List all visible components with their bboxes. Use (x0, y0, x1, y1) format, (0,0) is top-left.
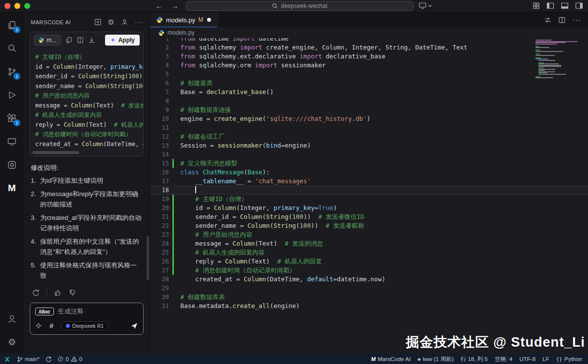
settings-button[interactable]: ⚙ (0, 330, 24, 354)
back-button[interactable]: ← (156, 2, 162, 10)
tab-models-py[interactable]: models.py M (150, 12, 217, 27)
model-selector[interactable]: Deepseek R1 (61, 321, 109, 330)
code-line-19[interactable]: 19 # 主键ID（自增） (150, 195, 588, 204)
forward-button[interactable]: → (171, 2, 178, 10)
code-line-20[interactable]: 20 id = Column(Integer, primary_key=True… (150, 204, 588, 212)
slash-command-chip[interactable]: /doc (35, 308, 54, 315)
sync-button[interactable] (45, 356, 52, 363)
code-line-6[interactable]: 6# 创建基类 (150, 79, 588, 88)
git-blame-status[interactable]: ◆ lww (1 周前) (418, 356, 454, 363)
toggle-panel-icon[interactable] (561, 2, 569, 9)
code-line-9[interactable]: 9# 创建数据库连接 (150, 105, 588, 114)
snippet-file-chip[interactable]: m... (34, 35, 61, 46)
apply-button[interactable]: Apply (105, 35, 140, 46)
code-line-25[interactable]: 25 # 机器人生成的回复内容 (150, 248, 588, 257)
context-hash-icon[interactable]: # (50, 322, 53, 330)
panel-more-icon[interactable]: ··· (135, 20, 143, 25)
monitor-icon (419, 2, 427, 9)
copy-icon[interactable] (65, 37, 72, 44)
code-line-3[interactable]: 3from sqlalchemy.ext.declarative import … (150, 52, 588, 61)
cursor-position-status[interactable]: 行 18, 列 5 (461, 356, 488, 363)
code-line-15[interactable]: 15# 定义聊天消息模型 (150, 159, 588, 168)
code-line-10[interactable]: 10engine = create_engine('sqlite:///chat… (150, 114, 588, 123)
grid-layout-icon[interactable] (533, 2, 540, 9)
screen-monitor-button[interactable] (419, 2, 432, 9)
sidebar-item-search[interactable] (0, 37, 24, 60)
chat-input-box[interactable]: /doc 生成注释 # Deepseek R1 (30, 303, 144, 335)
sidebar-item-remote-explorer[interactable] (0, 130, 24, 153)
code-line-26[interactable]: 26 reply = Column(Text) # 机器人的回复 (150, 257, 588, 266)
minimap[interactable] (535, 40, 581, 79)
code-line-31[interactable]: 31Base.metadata.create_all(engine) (150, 302, 588, 311)
toggle-secondary-sidebar-icon[interactable] (575, 2, 583, 9)
code-line-21[interactable]: 21 sender_id = Column(String(100)) # 发送者… (150, 212, 588, 221)
code-line-16[interactable]: 16class ChatMessage(Base): (150, 168, 588, 177)
breadcrumb[interactable]: models.py (150, 27, 588, 38)
vscode-window: ← → deepseek-wechat (0, 0, 588, 364)
scrollbar-thumb[interactable] (32, 151, 79, 154)
sidebar-item-source-control[interactable]: 1 (0, 60, 24, 83)
sidebar-item-extensions[interactable]: 1 (0, 106, 24, 130)
branch-status[interactable]: main* (17, 356, 39, 363)
code-line-2[interactable]: 2from sqlalchemy import create_engine, C… (150, 43, 588, 52)
sidebar-scrollbar[interactable] (147, 236, 149, 280)
chat-input-text[interactable]: 生成注释 (58, 307, 84, 316)
marscode-status[interactable]: M MarsCode AI (371, 356, 411, 362)
breadcrumb-file[interactable]: models.py (167, 29, 195, 36)
zoom-window-button[interactable] (24, 3, 30, 9)
indentation-status[interactable]: 空格: 4 (495, 356, 513, 363)
sidebar-item-run-debug[interactable] (0, 83, 24, 106)
send-icon[interactable] (130, 322, 138, 330)
sidebar-item-marscode-ai[interactable]: M (0, 176, 24, 200)
regenerate-icon[interactable] (32, 289, 40, 297)
insert-at-cursor-icon[interactable] (88, 37, 95, 44)
code-editor[interactable]: 1from datetime import datetime2from sqla… (150, 38, 588, 354)
code-line-18[interactable]: 18 (150, 186, 588, 195)
toggle-primary-sidebar-icon[interactable] (546, 2, 554, 9)
sidebar-item-containers[interactable] (0, 153, 24, 176)
minimize-window-button[interactable] (14, 3, 20, 9)
code-line-29[interactable]: 29 (150, 284, 588, 293)
code-line-23[interactable]: 23 # 用户原始消息内容 (150, 230, 588, 239)
language-mode-status[interactable]: {} Python (556, 356, 582, 362)
code-line-17[interactable]: 17 __tablename__ = 'chat_messages' (150, 177, 588, 186)
code-line-7[interactable]: 7Base = declarative_base() (150, 88, 588, 97)
thumbs-up-icon[interactable] (54, 289, 62, 297)
code-line-22[interactable]: 22 sender_name = Column(String(100)) # 发… (150, 221, 588, 230)
accounts-button[interactable] (0, 307, 24, 330)
code-line-13[interactable]: 13Session = sessionmaker(bind=engine) (150, 141, 588, 150)
diff-view-icon[interactable] (77, 37, 84, 44)
command-center-search[interactable]: deepseek-wechat (186, 1, 414, 11)
user-profile-icon[interactable] (121, 18, 128, 26)
ai-sparkle-icon[interactable] (35, 322, 42, 329)
close-window-button[interactable] (4, 3, 10, 9)
code-line-4[interactable]: 4from sqlalchemy.orm import sessionmaker (150, 61, 588, 70)
code-line-5[interactable]: 5 (150, 70, 588, 79)
eol-status[interactable]: LF (542, 356, 549, 362)
code-line-30[interactable]: 30# 创建数据库表 (150, 293, 588, 302)
snippet-horizontal-scrollbar[interactable] (31, 151, 142, 155)
code-line-28[interactable]: 28 created_at = Column(DateTime, default… (150, 275, 588, 284)
new-session-icon[interactable] (94, 18, 102, 26)
thumbs-down-icon[interactable] (69, 289, 77, 297)
code-line-14[interactable]: 14 (150, 150, 588, 159)
code-line-24[interactable]: 24 message = Column(Text) # 发送的消息 (150, 239, 588, 248)
problems-status[interactable]: 0 0 (57, 356, 82, 362)
line-number: 1 (150, 38, 169, 43)
response-actions (32, 289, 142, 297)
sidebar-item-explorer[interactable]: 1 (0, 13, 24, 37)
code-snippet-preview[interactable]: # 主键ID（自增）id = Column(Integer, primary_k… (30, 48, 143, 150)
panel-settings-icon[interactable]: ⚙ (108, 18, 114, 26)
code-line-11[interactable]: 11 (150, 123, 588, 132)
code-line-1[interactable]: 1from datetime import datetime (150, 38, 588, 43)
remote-indicator-icon[interactable] (3, 356, 11, 363)
code-line-8[interactable]: 8 (150, 97, 588, 105)
code-line-27[interactable]: 27 # 消息创建时间（自动记录时间戳） (150, 266, 588, 275)
compare-changes-icon[interactable] (544, 16, 551, 24)
code-line-12[interactable]: 12# 创建会话工厂 (150, 132, 588, 141)
split-editor-icon[interactable] (558, 16, 566, 24)
unsaved-dot-icon[interactable] (207, 18, 211, 22)
encoding-status[interactable]: UTF-8 (520, 356, 536, 362)
more-actions-icon[interactable]: ··· (573, 16, 581, 24)
line-number: 18 (150, 186, 169, 195)
